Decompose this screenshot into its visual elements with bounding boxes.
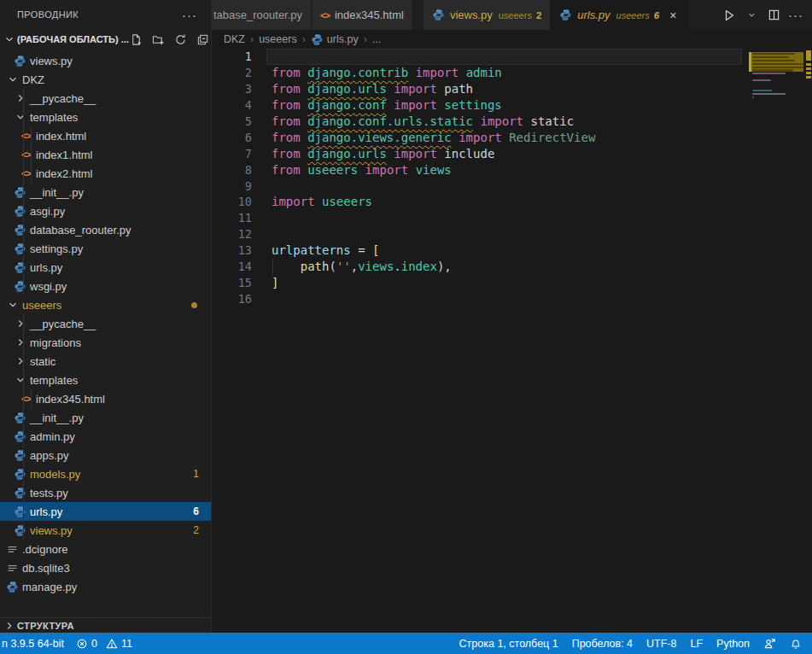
tree-file-wsgi.py[interactable]: wsgi.py: [0, 277, 211, 295]
tab-urls.py[interactable]: urls.pyuseeers6×: [551, 0, 688, 30]
overview-ruler[interactable]: [805, 49, 812, 633]
tree-file-index345.html[interactable]: <>index345.html: [0, 389, 211, 408]
tree-file-database_roouter.py[interactable]: database_roouter.py: [0, 220, 211, 239]
feedback-icon[interactable]: [763, 637, 776, 650]
tree-folder-__pycache__[interactable]: __pycache__: [0, 89, 211, 108]
code-editor[interactable]: 12from django.contrib import admin3from …: [212, 49, 812, 633]
tree-folder-templates[interactable]: templates: [0, 371, 211, 389]
tree-file-asgi.py[interactable]: asgi.py: [0, 201, 211, 220]
tree-item-label: wsgi.py: [30, 280, 67, 293]
run-dropdown-chevron-icon[interactable]: [742, 6, 761, 25]
status-item[interactable]: Пробелов: 4: [572, 638, 633, 650]
breadcrumb-item[interactable]: DKZ: [224, 33, 245, 45]
tree-item-label: database_roouter.py: [30, 224, 131, 236]
tree-file-apps.py[interactable]: apps.py: [0, 446, 211, 464]
status-item[interactable]: LF: [690, 638, 703, 650]
line-number: 6: [212, 131, 252, 144]
tree-folder-templates[interactable]: templates: [0, 108, 211, 126]
tree-folder-useeers[interactable]: useeers: [0, 295, 211, 314]
minimap[interactable]: [749, 49, 805, 633]
code-text: from useeers import views: [252, 163, 452, 177]
code-text: urlpatterns = [: [252, 243, 379, 257]
new-folder-icon[interactable]: [151, 32, 166, 47]
code-text: from django.urls import path: [252, 82, 473, 96]
tree-folder-static[interactable]: static: [0, 352, 211, 371]
vscode-window: ПРОВОДНИК ··· (РАБОЧАЯ ОБЛАСТЬ) ...: [0, 0, 812, 654]
tree-item-label: __pycache__: [30, 92, 96, 105]
problems-status[interactable]: 0 11: [76, 638, 132, 650]
tree-file-urls.py[interactable]: urls.py6: [0, 502, 211, 521]
python-interpreter-status[interactable]: n 3.9.5 64-bit: [2, 638, 64, 650]
code-line-5[interactable]: 5from django.conf.urls.static import sta…: [212, 114, 812, 130]
tree-file-models.py[interactable]: models.py1: [0, 464, 211, 483]
code-line-12[interactable]: 12: [212, 226, 812, 242]
tree-folder-__pycache__[interactable]: __pycache__: [0, 314, 211, 333]
workspace-header[interactable]: (РАБОЧАЯ ОБЛАСТЬ) ...: [0, 29, 211, 50]
chevron-down-icon: [13, 373, 27, 387]
tree-file-__init__.py[interactable]: __init__.py: [0, 408, 211, 427]
status-item[interactable]: Python: [716, 638, 750, 650]
explorer-more-icon[interactable]: ···: [177, 8, 202, 22]
close-icon[interactable]: ×: [667, 9, 679, 22]
code-line-8[interactable]: 8from useeers import views: [212, 161, 812, 178]
code-line-2[interactable]: 2from django.contrib import admin: [212, 65, 812, 81]
python-icon: [13, 185, 27, 199]
run-python-file-icon[interactable]: [720, 6, 739, 25]
tree-item-label: useeers: [22, 299, 61, 312]
tree-file-index2.html[interactable]: <>index2.html: [0, 164, 211, 183]
tree-file-index1.html[interactable]: <>index1.html: [0, 145, 211, 164]
code-line-4[interactable]: 4from django.conf import settings: [212, 97, 812, 114]
code-text: path('',views.index),: [252, 260, 452, 273]
code-line-16[interactable]: 16: [212, 290, 812, 307]
tab-tabase_roouter.py[interactable]: tabase_roouter.py: [212, 0, 312, 30]
code-line-6[interactable]: 6from django.views.generic import Redire…: [212, 129, 812, 145]
overview-warning-mark: [806, 76, 811, 79]
code-line-11[interactable]: 11: [212, 210, 812, 226]
tree-item-label: static: [30, 355, 55, 368]
breadcrumb-item[interactable]: ...: [372, 33, 381, 45]
collapse-all-icon[interactable]: [196, 32, 211, 47]
error-icon: [76, 638, 88, 650]
indent-guide: [31, 126, 32, 183]
tree-file-__init__.py[interactable]: __init__.py: [0, 183, 211, 201]
chevron-right-icon: [13, 354, 27, 368]
indent-guide: [31, 389, 32, 408]
code-line-9[interactable]: 9: [212, 178, 812, 194]
tree-file-views.py[interactable]: views.py: [0, 51, 211, 70]
refresh-icon[interactable]: [173, 32, 189, 47]
split-editor-icon[interactable]: [764, 6, 783, 25]
tree-file-index.html[interactable]: <>index.html: [0, 126, 211, 145]
error-count: 0: [91, 638, 97, 650]
tree-file-tests.py[interactable]: tests.py: [0, 483, 211, 502]
code-line-10[interactable]: 10import useeers: [212, 194, 812, 210]
problem-count-badge: 6: [193, 505, 202, 517]
tree-file-urls.py[interactable]: urls.py: [0, 258, 211, 277]
tree-item-label: tests.py: [30, 487, 68, 499]
editor-more-icon[interactable]: ···: [786, 6, 805, 25]
breadcrumb-item[interactable]: urls.py: [311, 33, 359, 46]
status-item[interactable]: Строка 1, столбец 1: [459, 638, 558, 650]
tree-file-settings.py[interactable]: settings.py: [0, 239, 211, 258]
status-item[interactable]: UTF-8: [646, 638, 676, 650]
tree-file-views.py[interactable]: views.py2: [0, 521, 211, 540]
tree-file-db.sqlite3[interactable]: db.sqlite3: [0, 558, 211, 577]
code-line-14[interactable]: 14 path('',views.index),: [212, 259, 812, 275]
file-icon: [5, 542, 20, 556]
tree-folder-DKZ[interactable]: DKZ: [0, 70, 211, 89]
code-line-1[interactable]: 1: [212, 49, 812, 65]
tab-views.py[interactable]: views.pyuseeers2: [424, 0, 551, 30]
code-line-15[interactable]: 15]: [212, 274, 812, 290]
tree-file-manage.py[interactable]: manage.py: [0, 577, 211, 596]
code-line-7[interactable]: 7from django.urls import include: [212, 145, 812, 161]
tree-folder-migrations[interactable]: migrations: [0, 333, 211, 352]
new-file-icon[interactable]: [129, 32, 144, 47]
tree-file-.dcignore[interactable]: .dcignore: [0, 540, 211, 558]
code-line-3[interactable]: 3from django.urls import path: [212, 81, 812, 97]
tab-problem-count: 6: [654, 10, 659, 20]
notifications-bell-icon[interactable]: [790, 638, 802, 650]
tree-file-admin.py[interactable]: admin.py: [0, 427, 211, 446]
code-line-13[interactable]: 13urlpatterns = [: [212, 242, 812, 259]
tab-index345.html[interactable]: <>index345.html: [312, 0, 413, 30]
outline-section-header[interactable]: СТРУКТУРА: [0, 617, 211, 633]
breadcrumb-item[interactable]: useeers: [259, 33, 296, 45]
